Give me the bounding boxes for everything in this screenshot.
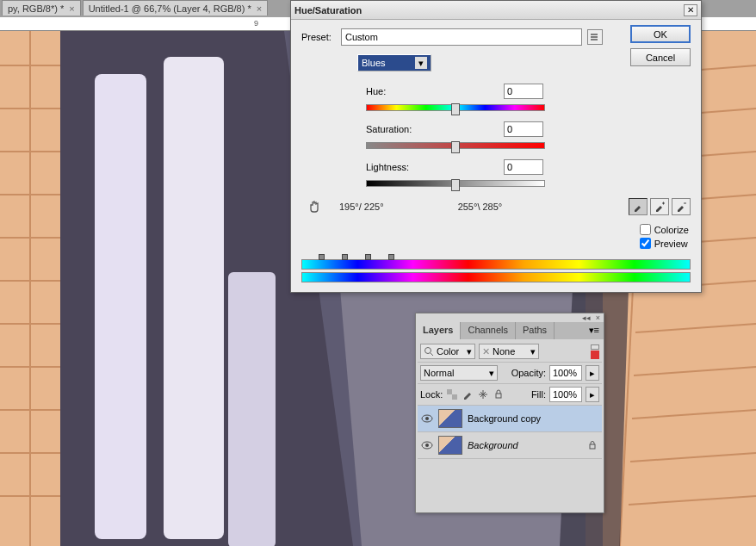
lock-position-icon[interactable]: [477, 388, 489, 400]
close-icon[interactable]: ×: [69, 3, 74, 14]
svg-point-40: [425, 444, 429, 447]
fill-flyout[interactable]: ▸: [586, 387, 599, 402]
lightness-input[interactable]: [504, 159, 543, 175]
preview-checkbox[interactable]: Preview: [640, 238, 689, 249]
colorize-checkbox[interactable]: Colorize: [640, 224, 689, 235]
range-marker[interactable]: [342, 254, 348, 260]
tab-label: Untitled-1 @ 66,7% (Layer 4, RGB/8) *: [89, 3, 251, 14]
document-tab[interactable]: Untitled-1 @ 66,7% (Layer 4, RGB/8) * ×: [83, 0, 269, 16]
hue-saturation-dialog: Hue/Saturation ✕ Preset: OK Cancel Blues…: [290, 0, 702, 293]
slider-thumb[interactable]: [451, 141, 460, 153]
lock-icon: [588, 441, 598, 450]
lock-transparency-icon[interactable]: [446, 388, 458, 400]
tab-label: Paths: [523, 325, 547, 335]
color-spectrum[interactable]: [301, 259, 691, 283]
svg-rect-36: [496, 394, 501, 398]
checkbox-input[interactable]: [640, 238, 651, 249]
channel-select[interactable]: Blues ▾: [357, 54, 431, 71]
range-right: 255°\ 285°: [458, 202, 503, 212]
blend-mode-select[interactable]: Normal ▾: [420, 365, 498, 381]
opacity-flyout[interactable]: ▸: [586, 365, 599, 381]
panel-menu-icon[interactable]: ▾≡: [585, 322, 604, 339]
layer-thumbnail: [438, 436, 462, 455]
range-left: 195°/ 225°: [339, 202, 384, 212]
lock-all-icon[interactable]: [493, 388, 505, 400]
saturation-label: Saturation:: [366, 124, 435, 134]
svg-rect-34: [447, 389, 452, 394]
eyedropper-add-icon[interactable]: [650, 198, 669, 215]
lightness-slider[interactable]: [366, 180, 545, 187]
checkbox-label: Colorize: [654, 225, 689, 235]
chevron-down-icon: ▾: [415, 57, 427, 69]
select-label: Normal: [424, 368, 454, 378]
collapse-icon[interactable]: ◂◂: [582, 313, 591, 322]
hue-input[interactable]: [504, 84, 543, 99]
select-label: Color: [437, 346, 459, 357]
filter-value-select[interactable]: ✕ None ▾: [479, 344, 539, 359]
opacity-label: Opacity:: [511, 368, 546, 378]
preset-label: Preset:: [301, 32, 341, 42]
slider-thumb[interactable]: [451, 179, 460, 191]
close-icon[interactable]: ×: [257, 3, 262, 14]
close-icon[interactable]: ×: [596, 313, 600, 322]
layer-name: Background: [468, 440, 583, 450]
visibility-eye-icon[interactable]: [421, 439, 433, 451]
slider-thumb[interactable]: [451, 103, 460, 115]
hue-slider[interactable]: [366, 104, 545, 111]
tab-label: Channels: [468, 325, 507, 335]
svg-rect-28: [164, 57, 224, 539]
search-icon: [424, 346, 434, 357]
tab-channels[interactable]: Channels: [461, 322, 515, 339]
cancel-button[interactable]: Cancel: [630, 48, 691, 66]
opacity-input[interactable]: [549, 365, 582, 381]
svg-point-32: [425, 348, 431, 354]
channel-label: Blues: [362, 58, 386, 68]
fill-input[interactable]: [549, 387, 582, 402]
svg-point-38: [425, 417, 429, 420]
eyedropper-subtract-icon[interactable]: [672, 198, 691, 215]
range-marker[interactable]: [388, 254, 394, 260]
saturation-slider[interactable]: [366, 142, 545, 149]
filter-type-select[interactable]: Color ▾: [420, 344, 475, 359]
panel-controls: ◂◂ ×: [416, 313, 604, 322]
preset-select[interactable]: [341, 28, 582, 46]
svg-rect-29: [228, 272, 276, 546]
hue-label: Hue:: [366, 86, 435, 96]
lock-pixels-icon[interactable]: [462, 388, 474, 400]
panel-tab-bar: Layers Channels Paths ▾≡: [416, 322, 604, 339]
ruler-tick-label: 9: [254, 19, 258, 28]
select-label: None: [493, 346, 515, 357]
tab-paths[interactable]: Paths: [516, 322, 555, 339]
svg-line-33: [431, 353, 433, 356]
ok-button[interactable]: OK: [630, 25, 691, 43]
layers-panel: ◂◂ × Layers Channels Paths ▾≡ Color ▾ ✕ …: [415, 313, 604, 513]
range-marker[interactable]: [365, 254, 371, 260]
dialog-titlebar[interactable]: Hue/Saturation ✕: [291, 1, 701, 20]
filter-toggle[interactable]: [591, 344, 599, 350]
close-icon[interactable]: ✕: [684, 4, 697, 16]
visibility-eye-icon[interactable]: [421, 413, 433, 425]
layer-thumbnail: [438, 409, 462, 428]
filter-indicator: [591, 351, 599, 359]
eyedropper-icon[interactable]: [629, 198, 648, 215]
checkbox-input[interactable]: [640, 224, 651, 235]
checkbox-label: Preview: [654, 239, 688, 249]
svg-rect-27: [95, 74, 146, 539]
layer-item[interactable]: Background copy: [418, 406, 602, 432]
button-label: Cancel: [646, 53, 675, 63]
range-marker[interactable]: [319, 254, 325, 260]
saturation-input[interactable]: [504, 121, 543, 137]
document-tab[interactable]: py, RGB/8*) * ×: [2, 0, 81, 16]
targeted-adjustment-tool[interactable]: [305, 197, 324, 216]
fill-label: Fill:: [531, 389, 546, 400]
tab-label: Layers: [423, 325, 453, 335]
layer-item[interactable]: Background: [418, 432, 602, 459]
spectrum-bar-bottom: [301, 272, 691, 282]
layer-list: Background copy Background: [418, 406, 602, 511]
lock-label: Lock:: [420, 389, 443, 400]
tab-label: py, RGB/8*) *: [8, 3, 64, 14]
tab-layers[interactable]: Layers: [416, 322, 461, 339]
svg-rect-41: [590, 444, 595, 449]
preset-options-button[interactable]: [587, 29, 603, 45]
button-label: OK: [654, 29, 667, 40]
